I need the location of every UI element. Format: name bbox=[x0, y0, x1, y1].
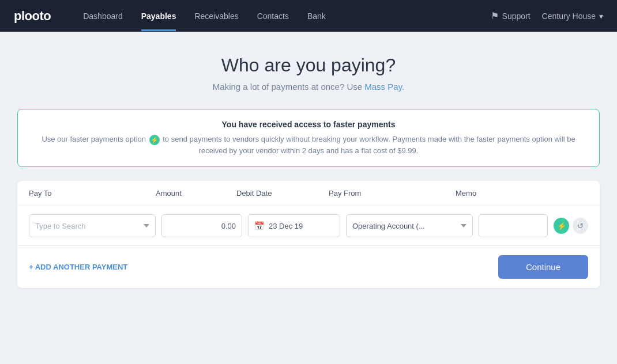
calendar-icon: 📅 bbox=[254, 221, 264, 230]
support-button[interactable]: ⚑ Support bbox=[491, 10, 531, 21]
nav-right: ⚑ Support Century House ▾ bbox=[491, 10, 603, 21]
nav-payables[interactable]: Payables bbox=[132, 1, 186, 31]
nav-links: Dashboard Payables Receivables Contacts … bbox=[74, 1, 472, 31]
col-pay-from: Pay From bbox=[329, 189, 456, 198]
nav-dashboard[interactable]: Dashboard bbox=[74, 1, 132, 31]
flag-icon: ⚑ bbox=[491, 10, 499, 21]
lightning-icon: ⚡ bbox=[149, 135, 160, 145]
support-label: Support bbox=[502, 12, 531, 21]
col-memo: Memo bbox=[456, 189, 588, 198]
debit-date-value: 23 Dec 19 bbox=[269, 222, 303, 230]
pay-to-cell: Type to Search bbox=[29, 214, 156, 237]
org-name: Century House bbox=[542, 12, 596, 21]
card-footer: + ADD ANOTHER PAYMENT Continue bbox=[17, 246, 600, 288]
page-subtitle: Making a lot of payments at once? Use Ma… bbox=[17, 82, 600, 92]
chevron-down-icon: ▾ bbox=[599, 12, 603, 21]
nav-bank[interactable]: Bank bbox=[298, 1, 335, 31]
org-selector[interactable]: Century House ▾ bbox=[542, 12, 603, 21]
repeat-payment-icon[interactable]: ↺ bbox=[573, 218, 588, 234]
nav-receivables[interactable]: Receivables bbox=[185, 1, 247, 31]
banner-body: Use our faster payments option ⚡ to send… bbox=[35, 134, 582, 156]
add-payment-button[interactable]: + ADD ANOTHER PAYMENT bbox=[29, 263, 127, 271]
page-title: Who are you paying? bbox=[17, 55, 600, 76]
col-debit-date: Debit Date bbox=[236, 189, 329, 198]
table-header: Pay To Amount Debit Date Pay From Memo bbox=[17, 181, 600, 206]
mass-pay-link[interactable]: Mass Pay. bbox=[364, 82, 404, 92]
continue-button[interactable]: Continue bbox=[498, 255, 588, 279]
col-pay-to: Pay To bbox=[29, 189, 156, 198]
subtitle-text: Making a lot of payments at once? Use bbox=[213, 82, 364, 92]
faster-payments-banner: You have received access to faster payme… bbox=[17, 109, 600, 167]
logo: plooto bbox=[14, 9, 51, 24]
memo-input[interactable] bbox=[479, 214, 548, 237]
col-amount: Amount bbox=[156, 189, 236, 198]
amount-input[interactable] bbox=[161, 214, 242, 237]
pay-to-select[interactable]: Type to Search bbox=[29, 214, 156, 237]
fast-payment-icon[interactable]: ⚡ bbox=[554, 218, 569, 234]
table-row: Type to Search 📅 23 Dec 19 Operating Acc… bbox=[17, 206, 600, 246]
banner-title: You have received access to faster payme… bbox=[35, 120, 582, 129]
row-actions: ⚡ ↺ bbox=[554, 218, 588, 234]
debit-date-field[interactable]: 📅 23 Dec 19 bbox=[248, 214, 340, 237]
payment-card: Pay To Amount Debit Date Pay From Memo T… bbox=[17, 181, 600, 288]
navbar: plooto Dashboard Payables Receivables Co… bbox=[0, 0, 617, 32]
nav-contacts[interactable]: Contacts bbox=[248, 1, 298, 31]
pay-from-select[interactable]: Operating Account (... bbox=[346, 214, 473, 237]
main-content: Who are you paying? Making a lot of paym… bbox=[0, 32, 617, 305]
